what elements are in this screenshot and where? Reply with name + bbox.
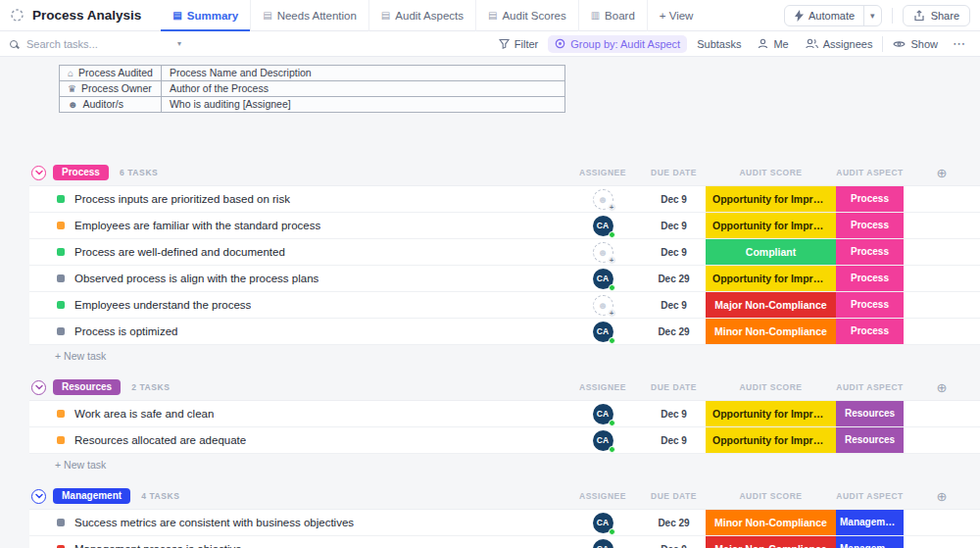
task-title[interactable]: Process inputs are prioritized based on …: [74, 193, 290, 205]
add-assignee-avatar[interactable]: +: [593, 242, 613, 263]
audit-aspect-badge[interactable]: Management: [836, 536, 904, 548]
tab-view[interactable]: + View: [648, 0, 706, 31]
task-row[interactable]: Work area is safe and clean CA + Dec 9 O…: [29, 401, 980, 427]
tab-audit-aspects[interactable]: ▤ Audit Aspects: [369, 0, 476, 31]
task-status-icon[interactable]: [57, 222, 65, 229]
task-status-icon[interactable]: [57, 410, 65, 418]
assignees-button[interactable]: Assignees: [799, 35, 880, 53]
share-button[interactable]: Share: [903, 5, 970, 26]
column-header-due-date[interactable]: DUE DATE: [642, 382, 706, 392]
assignee-avatar[interactable]: CA +: [593, 430, 613, 451]
task-status-icon[interactable]: [57, 195, 65, 203]
show-button[interactable]: Show: [886, 35, 945, 53]
new-task-button[interactable]: + New task: [0, 345, 980, 365]
tab-summary[interactable]: ▤ Summary: [161, 0, 251, 31]
due-date[interactable]: Dec 9: [642, 247, 706, 258]
assignee-avatar[interactable]: CA +: [593, 322, 613, 342]
search-input[interactable]: [24, 37, 171, 51]
audit-score-badge[interactable]: Minor Non-Compliance: [706, 510, 836, 535]
tab-audit-scores[interactable]: ▤ Audit Scores: [476, 0, 579, 31]
audit-score-badge[interactable]: Opportunity for Improvement: [706, 266, 836, 291]
column-header-assignee[interactable]: ASSIGNEE: [564, 382, 642, 392]
add-assignee-avatar[interactable]: +: [593, 189, 613, 210]
task-status-icon[interactable]: [57, 519, 65, 526]
due-date[interactable]: Dec 9: [642, 300, 706, 311]
audit-score-badge[interactable]: Minor Non-Compliance: [706, 319, 836, 344]
audit-aspect-badge[interactable]: Process: [836, 186, 904, 212]
search-box[interactable]: ▾: [10, 37, 181, 51]
filter-button[interactable]: Filter: [492, 35, 545, 53]
task-row[interactable]: Process inputs are prioritized based on …: [29, 186, 980, 213]
task-title[interactable]: Process are well-defined and documented: [74, 246, 285, 258]
audit-score-badge[interactable]: Opportunity for Improvement: [706, 401, 836, 426]
add-column-icon[interactable]: ⊕: [937, 167, 948, 179]
audit-aspect-badge[interactable]: Process: [836, 266, 904, 291]
group-badge[interactable]: Management: [53, 488, 130, 504]
column-header-assignee[interactable]: ASSIGNEE: [564, 491, 642, 501]
group-by-button[interactable]: Group by: Audit Aspect: [548, 35, 687, 53]
assignee-avatar[interactable]: CA +: [593, 539, 613, 548]
audit-aspect-badge[interactable]: Process: [836, 213, 904, 238]
subtasks-button[interactable]: Subtasks: [690, 35, 748, 53]
group-badge[interactable]: Resources: [53, 379, 121, 395]
task-title[interactable]: Employees understand the process: [74, 299, 251, 311]
column-header-audit-aspect[interactable]: AUDIT ASPECT: [836, 168, 904, 177]
audit-aspect-badge[interactable]: Process: [836, 239, 904, 265]
tab-needs-attention[interactable]: ▤ Needs Attention: [251, 0, 369, 31]
due-date[interactable]: Dec 9: [642, 221, 706, 231]
task-row[interactable]: Process are well-defined and documented …: [29, 239, 980, 266]
column-header-audit-score[interactable]: AUDIT SCORE: [706, 382, 836, 392]
task-title[interactable]: Process is optimized: [74, 325, 177, 337]
audit-aspect-badge[interactable]: Process: [836, 319, 904, 344]
column-header-audit-score[interactable]: AUDIT SCORE: [706, 168, 836, 177]
automate-chevron-down-icon[interactable]: ▾: [863, 6, 881, 25]
assignee-avatar[interactable]: CA +: [593, 404, 613, 424]
task-row[interactable]: Employees are familiar with the standard…: [29, 213, 980, 239]
audit-score-badge[interactable]: Compliant: [706, 239, 836, 265]
add-column-icon[interactable]: ⊕: [937, 490, 948, 503]
me-button[interactable]: Me: [751, 35, 795, 53]
group-badge[interactable]: Process: [53, 165, 109, 180]
due-date[interactable]: Dec 9: [642, 435, 706, 446]
task-title[interactable]: Work area is safe and clean: [74, 408, 214, 420]
new-task-button[interactable]: + New task: [0, 454, 980, 473]
tab-board[interactable]: ▥ Board: [579, 0, 648, 31]
collapse-chevron-icon[interactable]: [31, 380, 46, 395]
search-chevron-down-icon[interactable]: ▾: [177, 39, 181, 48]
audit-score-badge[interactable]: Opportunity for Improvement: [706, 213, 836, 238]
task-status-icon[interactable]: [57, 327, 65, 335]
due-date[interactable]: Dec 9: [642, 194, 706, 205]
due-date[interactable]: Dec 29: [642, 518, 706, 528]
task-title[interactable]: Employees are familiar with the standard…: [74, 220, 320, 231]
more-options-icon[interactable]: ⋯: [948, 36, 970, 51]
assignee-avatar[interactable]: CA +: [593, 269, 613, 289]
task-status-icon[interactable]: [57, 301, 65, 309]
audit-aspect-badge[interactable]: Resources: [836, 401, 904, 426]
add-assignee-avatar[interactable]: +: [593, 295, 613, 316]
due-date[interactable]: Dec 9: [642, 409, 706, 420]
task-row[interactable]: Success metrics are consistent with busi…: [29, 510, 980, 536]
audit-score-badge[interactable]: Opportunity for Improvement: [706, 427, 836, 453]
task-title[interactable]: Success metrics are consistent with busi…: [74, 517, 354, 528]
task-row[interactable]: Management process is objective CA + Dec…: [29, 536, 980, 548]
audit-aspect-badge[interactable]: Management: [836, 510, 904, 535]
task-row[interactable]: Observed process is align with the proce…: [29, 266, 980, 292]
audit-score-badge[interactable]: Major Non-Compliance: [706, 292, 836, 318]
task-row[interactable]: Process is optimized CA + Dec 29 Minor N…: [29, 319, 980, 345]
collapse-chevron-icon[interactable]: [31, 489, 46, 504]
task-row[interactable]: Resources allocated are adequate CA + De…: [29, 427, 980, 454]
audit-aspect-badge[interactable]: Process: [836, 292, 904, 318]
assignee-avatar[interactable]: CA +: [593, 216, 613, 236]
due-date[interactable]: Dec 29: [642, 326, 706, 337]
task-title[interactable]: Resources allocated are adequate: [74, 434, 246, 446]
audit-score-badge[interactable]: Major Non-Compliance: [706, 536, 836, 548]
due-date[interactable]: Dec 29: [642, 274, 706, 284]
task-title[interactable]: Management process is objective: [74, 543, 242, 548]
column-header-audit-score[interactable]: AUDIT SCORE: [706, 491, 836, 501]
task-status-icon[interactable]: [57, 248, 65, 256]
task-status-icon[interactable]: [57, 274, 65, 282]
audit-aspect-badge[interactable]: Resources: [836, 427, 904, 453]
task-row[interactable]: Employees understand the process + Dec 9…: [29, 292, 980, 319]
column-header-due-date[interactable]: DUE DATE: [642, 168, 706, 177]
column-header-audit-aspect[interactable]: AUDIT ASPECT: [836, 382, 904, 392]
